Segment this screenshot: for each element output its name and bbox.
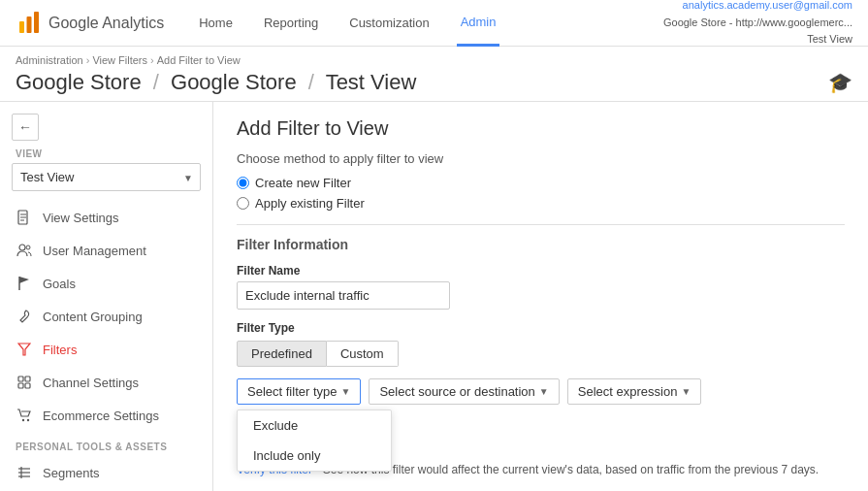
sidebar-item-user-management[interactable]: User Management — [0, 234, 212, 267]
filter-icon — [16, 341, 33, 358]
svg-rect-2 — [34, 12, 39, 33]
user-email: analytics.academy.user@gmail.com — [663, 0, 852, 15]
svg-rect-14 — [18, 383, 23, 388]
graduation-icon: 🎓 — [828, 71, 852, 94]
svg-rect-13 — [25, 376, 30, 381]
svg-rect-15 — [25, 383, 30, 388]
svg-marker-11 — [18, 344, 30, 355]
radio-group: Create new Filter Apply existing Filter — [237, 176, 845, 211]
view-selector[interactable]: Test View — [12, 163, 201, 191]
cart-icon — [16, 407, 33, 424]
sidebar-segments-label: Segments — [43, 466, 100, 480]
doc-icon — [16, 209, 33, 226]
sidebar-channel-settings-label: Channel Settings — [43, 376, 139, 390]
sidebar-item-content-grouping[interactable]: Content Grouping — [0, 300, 212, 333]
content-title: Add Filter to View — [237, 117, 845, 140]
radio-create-new[interactable]: Create new Filter — [237, 176, 845, 190]
sidebar-content-grouping-label: Content Grouping — [43, 310, 143, 324]
divider-1 — [237, 224, 845, 225]
header: Google Analytics Home Reporting Customiz… — [0, 0, 868, 47]
breadcrumb-sep2: › — [150, 54, 154, 66]
page-title-sep2: / — [308, 70, 314, 94]
page-title-sep1: / — [153, 70, 159, 94]
nav-reporting[interactable]: Reporting — [260, 0, 322, 47]
filter-type-label: Filter Type — [237, 321, 845, 335]
breadcrumb-sep1: › — [86, 54, 90, 66]
choose-method-label: Choose method to apply filter to view — [237, 151, 845, 166]
back-button[interactable]: ← — [12, 114, 39, 141]
filter-type-dropdown-menu: Exclude Include only — [237, 409, 392, 472]
users-icon — [16, 242, 33, 259]
radio-apply-existing[interactable]: Apply existing Filter — [237, 196, 845, 211]
breadcrumb-view-filters[interactable]: View Filters — [92, 54, 147, 66]
sidebar-item-segments[interactable]: Segments — [0, 456, 212, 489]
sidebar-item-channel-settings[interactable]: Channel Settings — [0, 366, 212, 399]
filter-name-input[interactable] — [237, 281, 450, 310]
filter-name-label: Filter Name — [237, 264, 845, 278]
dropdown-item-exclude[interactable]: Exclude — [238, 410, 391, 441]
view-section-label: VIEW — [0, 148, 212, 163]
radio-apply-existing-label: Apply existing Filter — [255, 196, 365, 211]
dd-arrow-1: ▼ — [341, 386, 351, 397]
logo-area: Google Analytics — [16, 10, 164, 37]
user-info: analytics.academy.user@gmail.com Google … — [663, 0, 852, 49]
svg-rect-12 — [18, 376, 23, 381]
top-nav: Home Reporting Customization Admin — [195, 0, 499, 47]
sidebar-user-management-label: User Management — [43, 244, 146, 258]
personal-tools-label: PERSONAL TOOLS & ASSETS — [0, 432, 212, 456]
nav-customization[interactable]: Customization — [345, 0, 433, 47]
sidebar-item-ecommerce[interactable]: Ecommerce Settings — [0, 399, 212, 432]
svg-point-16 — [22, 419, 24, 421]
radio-apply-existing-input[interactable] — [237, 197, 249, 210]
nav-home[interactable]: Home — [195, 0, 237, 47]
page-title: Google Store / Google Store / Test View — [16, 70, 416, 95]
flag-icon — [16, 275, 33, 292]
select-expression-btn[interactable]: Select expression ▼ — [567, 378, 702, 405]
sidebar-goals-label: Goals — [43, 277, 76, 291]
ga-logo-icon — [16, 10, 43, 37]
channel-icon — [16, 374, 33, 391]
sidebar-item-goals[interactable]: Goals — [0, 267, 212, 300]
filter-type-btn-group: Predefined Custom — [237, 341, 845, 367]
page-title-row: Google Store / Google Store / Test View … — [16, 70, 852, 101]
radio-create-new-input[interactable] — [237, 177, 249, 189]
select-filter-type-btn[interactable]: Select filter type ▼ — [237, 378, 361, 405]
svg-marker-10 — [19, 277, 29, 283]
wrench-icon — [16, 308, 33, 325]
breadcrumb-area: Administration › View Filters › Add Filt… — [0, 47, 868, 102]
svg-rect-0 — [19, 21, 24, 33]
view-name: Test View — [663, 31, 852, 49]
breadcrumb-admin[interactable]: Administration — [16, 54, 83, 66]
sidebar-filters-label: Filters — [43, 343, 77, 357]
radio-create-new-label: Create new Filter — [255, 176, 351, 190]
content-area: Add Filter to View Choose method to appl… — [213, 102, 868, 491]
page-title-sub1: Google Store — [171, 70, 297, 94]
segments-icon — [16, 464, 33, 481]
select-expression-label: Select expression — [578, 384, 678, 399]
sidebar-item-filters[interactable]: Filters — [0, 333, 212, 366]
filter-info-title: Filter Information — [237, 237, 845, 252]
page-title-sub2: Test View — [326, 70, 417, 94]
filter-type-dropdown-wrapper: Select filter type ▼ Exclude Include onl… — [237, 378, 361, 405]
page-title-store: Google Store — [16, 70, 142, 94]
breadcrumb: Administration › View Filters › Add Filt… — [16, 54, 852, 66]
sidebar-item-view-settings[interactable]: View Settings — [0, 201, 212, 234]
select-filter-type-label: Select filter type — [247, 384, 338, 399]
predefined-btn[interactable]: Predefined — [237, 341, 327, 367]
sidebar-ecommerce-label: Ecommerce Settings — [43, 409, 159, 423]
dropdown-row: Select filter type ▼ Exclude Include onl… — [237, 378, 845, 405]
nav-admin[interactable]: Admin — [457, 0, 500, 47]
svg-rect-1 — [27, 16, 32, 33]
svg-point-8 — [26, 246, 30, 249]
breadcrumb-current: Add Filter to View — [157, 54, 241, 66]
custom-btn[interactable]: Custom — [327, 341, 399, 367]
view-selector-wrapper: Test View ▼ — [12, 163, 201, 191]
main-layout: ← VIEW Test View ▼ View Settings User Ma… — [0, 102, 868, 491]
header-left: Google Analytics Home Reporting Customiz… — [16, 0, 499, 47]
store-name: Google Store - http://www.googlemerc... — [663, 15, 852, 32]
dropdown-item-include-only[interactable]: Include only — [238, 441, 391, 471]
dd-arrow-2: ▼ — [539, 386, 549, 397]
select-source-btn[interactable]: Select source or destination ▼ — [369, 378, 559, 405]
svg-point-17 — [27, 419, 29, 421]
logo-text: Google Analytics — [48, 15, 164, 32]
